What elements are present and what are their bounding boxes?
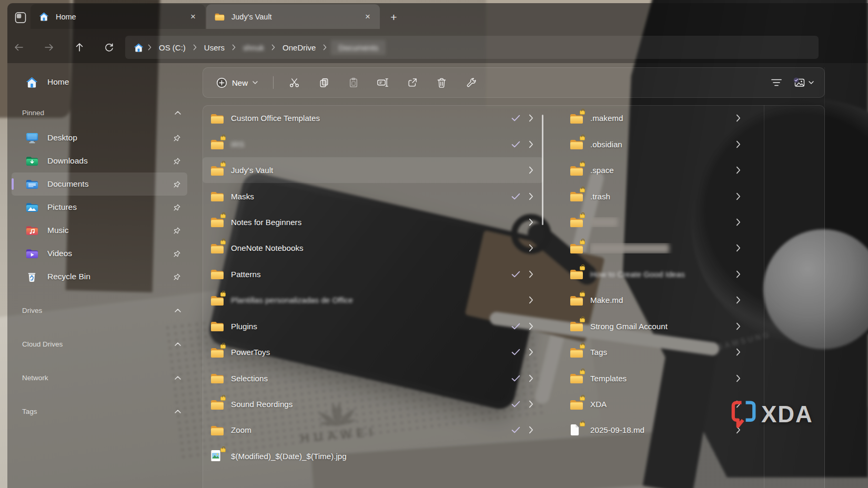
breadcrumb-users[interactable]: Users <box>201 40 228 55</box>
chevron-right-icon[interactable] <box>529 322 534 330</box>
paste-button[interactable] <box>341 72 366 93</box>
sidebar-item-pictures[interactable]: Pictures <box>12 196 187 219</box>
breadcrumb-os-c[interactable]: OS (C:) <box>156 40 189 55</box>
rename-button[interactable] <box>370 72 395 93</box>
pin-icon[interactable] <box>173 180 181 188</box>
file-row-irs[interactable]: IRS <box>203 131 543 157</box>
file-row-trash[interactable]: .trash <box>552 183 755 209</box>
file-row-zoom[interactable]: Zoom <box>203 417 543 443</box>
chevron-right-icon[interactable] <box>529 400 534 408</box>
chevron-right-icon[interactable] <box>736 244 741 252</box>
chevron-right-icon[interactable] <box>736 192 741 200</box>
chevron-up-icon[interactable] <box>175 309 181 312</box>
breadcrumb-shnuk[interactable]: shnuk <box>240 40 267 55</box>
file-row-makemd[interactable]: .makemd <box>552 105 755 131</box>
sidebar-section-cloud-drives[interactable]: Cloud Drives <box>8 332 190 355</box>
file-row-modified-date-time-jpg[interactable]: $(Modified)_$(Date)_$(Time).jpg <box>203 443 543 469</box>
file-row-masks[interactable]: Masks <box>203 183 543 209</box>
sidebar-item-home[interactable]: Home <box>12 70 187 94</box>
chevron-right-icon[interactable] <box>529 374 534 382</box>
file-row-obsidian[interactable]: .obsidian <box>552 131 755 157</box>
pin-icon[interactable] <box>173 227 181 235</box>
chevron-right-icon[interactable] <box>736 322 741 330</box>
back-button[interactable] <box>10 38 28 56</box>
copy-button[interactable] <box>311 72 336 93</box>
chevron-up-icon[interactable] <box>175 111 181 115</box>
file-row-sound-reordings[interactable]: Sound Reordings <box>203 391 543 417</box>
file-row-custom-office-templates[interactable]: Custom Office Templates <box>203 105 543 131</box>
chevron-right-icon[interactable] <box>529 296 534 304</box>
file-row-item[interactable] <box>552 209 755 235</box>
pin-icon[interactable] <box>173 204 181 211</box>
pin-icon[interactable] <box>173 273 181 281</box>
chevron-right-icon[interactable] <box>529 114 534 122</box>
sidebar-section-network[interactable]: Network <box>8 366 190 389</box>
sidebar-item-music[interactable]: Music <box>12 219 187 242</box>
breadcrumb[interactable]: OS (C:)UsersshnukOneDriveDocuments <box>125 36 819 59</box>
chevron-right-icon[interactable] <box>736 166 741 174</box>
tabs-overview-icon[interactable] <box>14 11 27 25</box>
chevron-up-icon[interactable] <box>175 410 181 413</box>
sidebar-item-videos[interactable]: Videos <box>12 242 187 265</box>
file-row-notes-for-beginners[interactable]: Notes for Beginners <box>203 209 543 235</box>
file-row-templates[interactable]: Templates <box>552 365 755 391</box>
file-row-patterns[interactable]: Patterns <box>203 261 543 287</box>
file-row-2025-09-18-md[interactable]: 2025-09-18.md <box>552 417 755 443</box>
chevron-right-icon[interactable] <box>736 270 741 278</box>
sidebar-item-downloads[interactable]: Downloads <box>12 149 187 172</box>
chevron-right-icon[interactable] <box>529 218 534 226</box>
sidebar-item-recycle-bin[interactable]: Recycle Bin <box>12 265 187 288</box>
share-button[interactable] <box>400 72 425 93</box>
sidebar-section-drives[interactable]: Drives <box>8 299 190 322</box>
file-row-space[interactable]: .space <box>552 157 755 183</box>
file-row-onenote-notebooks[interactable]: OneNote Notebooks <box>203 235 543 261</box>
file-row-item[interactable] <box>552 235 755 261</box>
chevron-right-icon[interactable] <box>529 426 534 434</box>
up-button[interactable] <box>70 38 88 56</box>
pin-icon[interactable] <box>173 250 181 258</box>
chevron-right-icon[interactable] <box>736 296 741 304</box>
file-row-strong-gmail-account[interactable]: Strong Gmail Account <box>552 313 755 339</box>
home-icon[interactable] <box>134 43 144 52</box>
forward-button[interactable] <box>40 38 58 56</box>
chevron-right-icon[interactable] <box>736 218 741 226</box>
chevron-right-icon[interactable] <box>529 270 534 278</box>
file-row-make-md[interactable]: Make.md <box>552 287 755 313</box>
sidebar-item-desktop[interactable]: Desktop <box>12 126 187 149</box>
chevron-up-icon[interactable] <box>175 376 181 380</box>
sidebar-section-pinned[interactable]: Pinned <box>8 102 190 123</box>
file-row-selections[interactable]: Selections <box>203 365 543 391</box>
new-tab-button[interactable]: + <box>386 9 402 25</box>
tab-home[interactable]: Home× <box>31 4 205 29</box>
file-row-tags[interactable]: Tags <box>552 339 755 365</box>
pin-icon[interactable] <box>173 134 181 142</box>
breadcrumb-onedrive[interactable]: OneDrive <box>279 40 319 55</box>
properties-button[interactable] <box>459 72 483 93</box>
chevron-right-icon[interactable] <box>736 114 741 122</box>
chevron-right-icon[interactable] <box>736 348 741 356</box>
chevron-right-icon[interactable] <box>736 374 741 382</box>
file-row-how-to-create-good-ideas[interactable]: How to Create Good Ideas <box>552 261 755 287</box>
tab-judy-s-vault[interactable]: Judy's Vault× <box>206 4 380 29</box>
file-row-plugins[interactable]: Plugins <box>203 313 543 339</box>
tab-close-button[interactable]: × <box>360 9 376 25</box>
file-row-xda[interactable]: XDA <box>552 391 755 417</box>
breadcrumb-documents[interactable]: Documents <box>331 40 386 55</box>
chevron-up-icon[interactable] <box>175 342 181 346</box>
cut-button[interactable] <box>282 72 307 93</box>
file-row-powertoys[interactable]: PowerToys <box>203 339 543 365</box>
new-button[interactable]: New <box>209 72 265 93</box>
sidebar-item-documents[interactable]: Documents <box>12 172 187 196</box>
delete-button[interactable] <box>429 72 454 93</box>
chevron-right-icon[interactable] <box>529 166 534 174</box>
chevron-right-icon[interactable] <box>736 140 741 148</box>
sidebar-section-tags[interactable]: Tags <box>8 400 190 423</box>
tab-close-button[interactable]: × <box>185 9 201 25</box>
file-row-judy-s-vault[interactable]: Judy's Vault <box>203 157 543 183</box>
refresh-button[interactable] <box>100 38 118 56</box>
chevron-right-icon[interactable] <box>529 244 534 252</box>
scrollbar[interactable] <box>542 115 543 225</box>
chevron-right-icon[interactable] <box>529 192 534 200</box>
view-options-button[interactable] <box>789 72 818 93</box>
filter-button[interactable] <box>764 72 789 93</box>
